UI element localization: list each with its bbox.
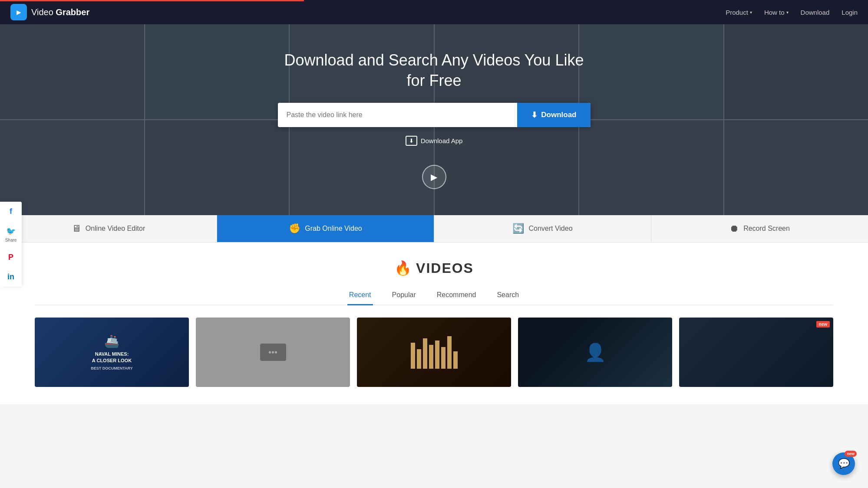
play-button[interactable]: ▶: [422, 165, 446, 189]
video-card-performance[interactable]: [357, 318, 511, 387]
product-dropdown-arrow: ▾: [750, 10, 752, 15]
video-card-dark[interactable]: 👤: [518, 318, 672, 387]
search-bar: ⬇ Download: [278, 103, 591, 127]
navbar-links: Product ▾ How to ▾ Download Login: [726, 9, 858, 16]
video-grid: 🚢 NAVAL MINES:A CLOSER LOOK BEST DOCUMEN…: [35, 318, 833, 387]
hero-content: Download and Search Any Videos You Like …: [269, 50, 599, 190]
tab-record-screen[interactable]: ⏺ Record Screen: [651, 215, 868, 242]
logo-icon: [10, 4, 27, 20]
download-app-link[interactable]: ⬇ Download App: [406, 136, 463, 146]
hero-section: Download and Search Any Videos You Like …: [0, 24, 868, 215]
linkedin-icon: in: [7, 272, 14, 282]
thumbnail-new: [679, 318, 833, 387]
convert-video-icon: 🔄: [512, 223, 524, 234]
tab-grab-online-video[interactable]: ✊ Grab Online Video: [217, 215, 434, 242]
share-label: Share: [5, 238, 17, 242]
video-filter-tabs: Recent Popular Recommend Search: [35, 287, 833, 305]
video-tab-popular[interactable]: Popular: [390, 287, 418, 305]
new-badge: new: [816, 321, 830, 328]
facebook-share-btn[interactable]: f: [0, 202, 22, 221]
videos-section-title: 🔥 VIDEOS: [394, 260, 474, 276]
thumbnail-performance: [357, 318, 511, 387]
tab-convert-video[interactable]: 🔄 Convert Video: [434, 215, 651, 242]
fire-icon: 🔥: [394, 260, 413, 276]
video-card-grey[interactable]: •••: [196, 318, 350, 387]
thumbnail-naval-mines: 🚢 NAVAL MINES:A CLOSER LOOK BEST DOCUMEN…: [35, 318, 189, 387]
online-video-editor-icon: 🖥: [72, 223, 81, 234]
pinterest-share-btn[interactable]: P: [0, 248, 22, 267]
videos-header: 🔥 VIDEOS: [35, 260, 833, 276]
twitter-share-btn[interactable]: 🐦 Share: [0, 221, 22, 248]
videos-section: 🔥 VIDEOS Recent Popular Recommend Search…: [0, 242, 868, 404]
nav-how-to[interactable]: How to ▾: [764, 9, 789, 16]
download-button[interactable]: ⬇ Download: [517, 103, 590, 127]
social-sidebar: f 🐦 Share P in: [0, 202, 22, 287]
record-screen-icon: ⏺: [729, 223, 739, 234]
download-icon: ⬇: [531, 110, 538, 120]
feature-tabs-bar: 🖥 Online Video Editor ✊ Grab Online Vide…: [0, 215, 868, 242]
twitter-icon: 🐦: [6, 226, 16, 236]
play-icon: ▶: [431, 172, 437, 182]
hero-title: Download and Search Any Videos You Like …: [278, 50, 591, 91]
thumbnail-dark: 👤: [518, 318, 672, 387]
thumbnail-grey: •••: [196, 318, 350, 387]
video-tab-search[interactable]: Search: [495, 287, 521, 305]
download-app-icon: ⬇: [406, 136, 417, 146]
how-to-dropdown-arrow: ▾: [786, 10, 789, 15]
top-accent-bar: [0, 0, 304, 1]
logo-link[interactable]: Video Grabber: [10, 4, 89, 20]
navbar: Video Grabber Product ▾ How to ▾ Downloa…: [0, 0, 868, 24]
pinterest-icon: P: [8, 253, 13, 262]
facebook-icon: f: [10, 207, 12, 216]
nav-login[interactable]: Login: [842, 9, 858, 16]
video-card-naval-mines[interactable]: 🚢 NAVAL MINES:A CLOSER LOOK BEST DOCUMEN…: [35, 318, 189, 387]
tab-online-video-editor[interactable]: 🖥 Online Video Editor: [0, 215, 217, 242]
nav-product[interactable]: Product ▾: [726, 9, 752, 16]
grab-online-video-icon: ✊: [289, 223, 300, 234]
video-card-new[interactable]: new: [679, 318, 833, 387]
nav-download[interactable]: Download: [801, 9, 830, 16]
video-tab-recent[interactable]: Recent: [347, 287, 373, 305]
linkedin-share-btn[interactable]: in: [0, 267, 22, 287]
logo-text: Video Grabber: [31, 7, 89, 17]
video-tab-recommend[interactable]: Recommend: [435, 287, 478, 305]
video-url-input[interactable]: [278, 103, 518, 127]
